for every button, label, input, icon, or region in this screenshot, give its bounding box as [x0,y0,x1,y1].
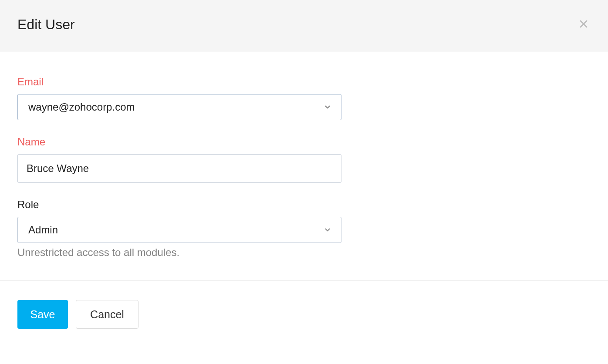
role-label: Role [17,199,591,211]
role-help-text: Unrestricted access to all modules. [17,246,591,259]
chevron-down-icon [324,103,331,111]
dialog-title: Edit User [17,17,75,33]
name-group: Name [17,136,591,183]
email-label: Email [17,76,591,88]
cancel-button[interactable]: Cancel [76,300,138,329]
role-select[interactable]: Admin [17,217,341,243]
name-label: Name [17,136,591,148]
role-group: Role Admin Unrestricted access to all mo… [17,199,591,259]
chevron-down-icon [324,226,331,234]
role-value: Admin [28,224,58,236]
email-select[interactable]: wayne@zohocorp.com [17,94,341,120]
email-group: Email wayne@zohocorp.com [17,76,591,120]
save-button[interactable]: Save [17,300,68,329]
dialog-footer: Save Cancel [0,280,608,348]
form-body: Email wayne@zohocorp.com Name Role Admin… [0,52,608,280]
close-button[interactable] [577,17,591,33]
dialog-header: Edit User [0,0,608,52]
email-value: wayne@zohocorp.com [28,101,135,113]
name-input[interactable] [17,154,341,183]
close-icon [578,19,589,31]
